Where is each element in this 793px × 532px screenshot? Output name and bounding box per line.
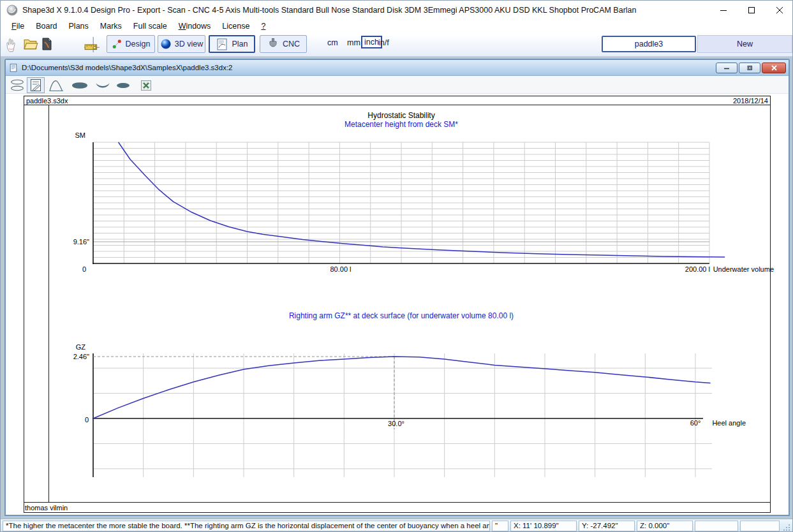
profile-view-icon[interactable]: [47, 77, 65, 93]
status-empty-2: [740, 521, 780, 531]
document-title-bar[interactable]: D:\Documents\S3d models\Shape3dX\Samples…: [6, 60, 789, 76]
rocker-solid-icon[interactable]: [94, 77, 112, 93]
status-unit-cell: ": [492, 521, 508, 531]
menu-license[interactable]: License: [216, 20, 255, 34]
board-name-field[interactable]: paddle3: [602, 36, 696, 52]
plan-sheet-icon[interactable]: [27, 77, 45, 93]
menu-plans[interactable]: Plans: [63, 20, 94, 34]
chart1-title: Hydrostatic Stability: [367, 111, 434, 120]
menu-?[interactable]: ?: [255, 20, 271, 34]
doc-close-icon: [771, 65, 778, 71]
chart2-ylabel: GZ: [76, 343, 85, 351]
design-points-icon: [112, 38, 122, 50]
chart2-xtick-60: 60°: [690, 419, 701, 427]
section-solid-icon[interactable]: [114, 77, 132, 93]
status-bar: *The higher the metacenter the more stab…: [1, 519, 792, 532]
doc-close-button[interactable]: [762, 63, 786, 73]
header-divider: [24, 105, 771, 105]
chart1-xlabel: Underwater volume: [713, 265, 774, 273]
new-board-button[interactable]: New: [697, 35, 792, 53]
chart-page: [24, 96, 771, 513]
chart2-ytick-246: 2.46": [73, 353, 89, 360]
measure-icon[interactable]: [84, 36, 100, 53]
doc-minimize-button[interactable]: [716, 63, 737, 73]
top-solid-icon[interactable]: [71, 77, 89, 93]
open-folder-icon[interactable]: [23, 36, 40, 53]
menu-board[interactable]: Board: [30, 20, 63, 34]
chart1-ylabel: SM: [75, 131, 86, 139]
chart1-ytick-916: 9.16": [73, 238, 89, 246]
chart1-subtitle: Metacenter height from deck SM*: [345, 120, 458, 129]
3d-view-button[interactable]: 3D view: [158, 35, 205, 53]
chart2-ytick-0: 0: [85, 416, 89, 424]
chart1-xtick-0: 0: [82, 265, 86, 273]
minimize-button[interactable]: [709, 1, 737, 20]
close-icon: [776, 6, 783, 14]
doc-restore-icon: [746, 65, 753, 71]
status-y-coord: Y: -27.492": [579, 521, 635, 531]
pointer-hand-icon[interactable]: [3, 36, 20, 53]
resize-grip-icon: [782, 521, 790, 531]
maximize-icon: [748, 6, 755, 14]
chart1-xtick-80: 80.00 l: [330, 265, 351, 273]
menu-full-scale[interactable]: Full scale: [128, 20, 173, 34]
status-empty-1: [695, 521, 738, 531]
window-title: Shape3d X 9.1.0.4 Design Pro - Export - …: [22, 1, 637, 20]
menu-file[interactable]: File: [6, 20, 30, 34]
document-title: D:\Documents\S3d models\Shape3dX\Samples…: [22, 64, 233, 71]
doc-minimize-icon: [723, 65, 730, 70]
chart1-xtick-200: 200.00 l: [685, 265, 710, 273]
chart2-title: Righting arm GZ** at deck surface (for u…: [289, 311, 514, 320]
page-footer-author: thomas vilmin: [25, 504, 68, 512]
plan-doc-icon: [216, 38, 228, 51]
document-icon[interactable]: [40, 36, 56, 53]
shape3d-logo-icon: [6, 4, 18, 16]
design-button[interactable]: Design: [107, 35, 155, 53]
status-note: *The higher the metacenter the more stab…: [3, 521, 490, 531]
close-button[interactable]: [766, 1, 793, 20]
unit-mm[interactable]: mm: [347, 38, 360, 47]
title-bar: Shape3d X 9.1.0.4 Design Pro - Export - …: [1, 1, 792, 20]
unit-in-f[interactable]: in/f: [378, 38, 389, 47]
unit-cm[interactable]: cm: [327, 38, 338, 47]
excel-export-icon[interactable]: [137, 77, 155, 93]
minimize-icon: [720, 6, 727, 14]
chart2-xlabel: Heel angle: [712, 419, 746, 427]
plan-button[interactable]: Plan: [209, 35, 255, 53]
shape3d-app-window: Shape3d X 9.1.0.4 Design Pro - Export - …: [0, 0, 793, 532]
status-x-coord: X: 11' 10.899": [510, 521, 577, 531]
page-header-filename: paddle3.s3dx: [26, 97, 68, 105]
footer-divider: [24, 502, 771, 503]
chart2-xtick-30: 30.0°: [388, 420, 404, 427]
menu-marks[interactable]: Marks: [94, 20, 128, 34]
content-left-border: [48, 105, 49, 502]
cnc-bit-icon: [267, 38, 279, 50]
sphere-icon: [160, 38, 172, 50]
status-z-coord: Z: 0.000": [637, 521, 693, 531]
menu-bar: FileBoardPlansMarksFull scaleWindowsLice…: [1, 20, 792, 34]
maximize-button[interactable]: [737, 1, 766, 20]
menu-windows[interactable]: Windows: [173, 20, 217, 34]
cnc-button[interactable]: CNC: [260, 35, 307, 53]
page-header-date: 2018/12/14: [733, 97, 768, 105]
outline-view-icon[interactable]: [8, 77, 26, 93]
document-sheet-icon: [9, 63, 18, 73]
resize-grip[interactable]: [782, 521, 790, 531]
doc-restore-button[interactable]: [739, 63, 760, 73]
